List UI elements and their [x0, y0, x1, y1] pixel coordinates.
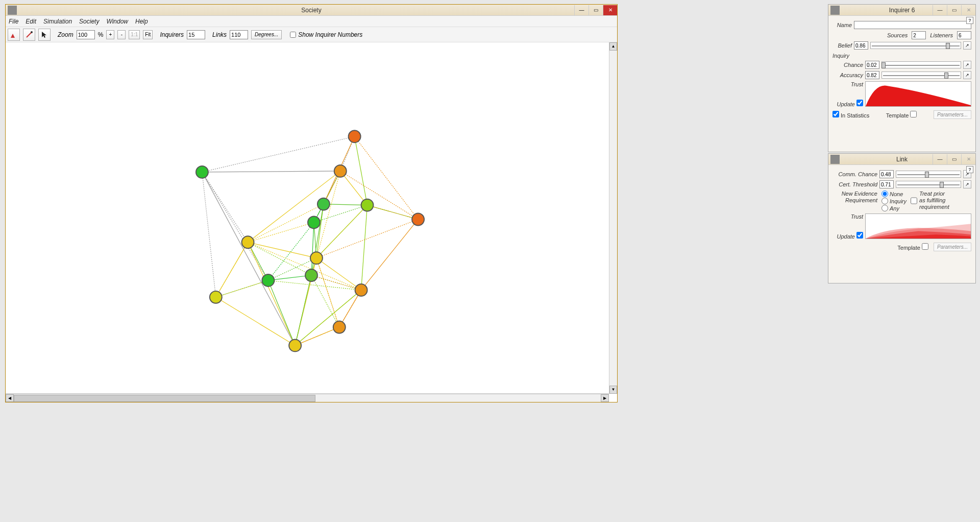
inq-close-button[interactable]: ✕ — [961, 5, 975, 15]
edge[interactable] — [216, 242, 248, 297]
menu-simulation[interactable]: Simulation — [43, 18, 72, 25]
inq-maximize-button[interactable]: ▭ — [947, 5, 961, 15]
sources-input[interactable] — [912, 31, 926, 39]
inquirer-node[interactable] — [262, 274, 274, 287]
menu-society[interactable]: Society — [79, 18, 99, 25]
comm-slider[interactable] — [896, 171, 961, 178]
edge[interactable] — [361, 205, 368, 290]
inquirer-node[interactable] — [196, 166, 208, 178]
tool-draw-icon[interactable] — [8, 29, 20, 41]
maximize-button[interactable]: ▭ — [589, 5, 603, 15]
graph-canvas[interactable] — [6, 42, 617, 393]
zoom-oneone-button[interactable]: 1:1 — [129, 30, 140, 39]
edge[interactable] — [316, 171, 340, 258]
minimize-button[interactable]: — — [574, 5, 589, 15]
req-inquiry[interactable]: Inquiry — [881, 198, 906, 204]
menu-edit[interactable]: Edit — [26, 18, 36, 25]
treat-prior-checkbox[interactable]: Treat prioras fulfillingrequirement — [911, 191, 949, 211]
inquirer-node[interactable] — [310, 252, 323, 264]
edge[interactable] — [311, 275, 339, 327]
scroll-up-icon[interactable]: ▲ — [609, 42, 617, 51]
inquirer-node[interactable] — [334, 165, 347, 177]
zoom-input[interactable] — [77, 30, 95, 39]
society-titlebar[interactable]: Society — ▭ ✕ — [6, 5, 617, 16]
inquirer-node[interactable] — [317, 198, 330, 210]
show-numbers-input[interactable] — [290, 32, 296, 38]
zoom-fit-button[interactable]: Fit — [143, 30, 153, 39]
link-params-button[interactable]: Parameters... — [934, 243, 971, 251]
inquirer-node[interactable] — [333, 321, 346, 334]
comm-value[interactable] — [879, 170, 894, 178]
menu-window[interactable]: Window — [106, 18, 128, 25]
edge[interactable] — [311, 275, 361, 290]
belief-edit-button[interactable]: ↗ — [963, 41, 971, 50]
link-update-checkbox[interactable] — [856, 232, 863, 239]
inquirer-node[interactable] — [242, 236, 254, 248]
edge[interactable] — [202, 172, 248, 242]
cert-value[interactable] — [879, 180, 894, 188]
inquirer-node[interactable] — [289, 339, 301, 351]
menu-file[interactable]: File — [9, 18, 18, 25]
scroll-left-icon[interactable]: ◀ — [6, 394, 14, 402]
inquirer-node[interactable] — [361, 199, 374, 211]
tool-link-icon[interactable] — [23, 29, 35, 41]
edge[interactable] — [268, 280, 361, 290]
inquirers-input[interactable] — [187, 30, 205, 39]
zoom-minus-button[interactable]: - — [117, 30, 126, 39]
edge[interactable] — [202, 136, 355, 172]
req-none[interactable]: None — [881, 191, 906, 197]
inquirer-node[interactable] — [412, 213, 424, 226]
cert-edit-button[interactable]: ↗ — [963, 180, 971, 188]
inquirer-node[interactable] — [349, 130, 361, 143]
link-minimize-button[interactable]: — — [933, 154, 947, 164]
link-titlebar[interactable]: Link — ▭ ✕ — [828, 154, 975, 165]
edge[interactable] — [295, 290, 361, 346]
scroll-down-icon[interactable]: ▼ — [609, 386, 617, 394]
edge[interactable] — [216, 297, 295, 346]
edge[interactable] — [202, 172, 216, 297]
inq-template-checkbox[interactable]: Template — [886, 111, 917, 118]
inq-help-button[interactable]: ? — [966, 17, 973, 24]
inq-minimize-button[interactable]: — — [933, 5, 947, 15]
cert-slider[interactable] — [896, 181, 961, 188]
close-button[interactable]: ✕ — [603, 5, 617, 15]
update-checkbox[interactable] — [856, 100, 863, 106]
edge[interactable] — [202, 172, 295, 346]
link-help-button[interactable]: ? — [966, 166, 973, 173]
tool-pointer-icon[interactable] — [38, 29, 51, 41]
accuracy-edit-button[interactable]: ↗ — [963, 71, 971, 79]
belief-slider[interactable] — [870, 42, 961, 49]
edge[interactable] — [361, 219, 419, 290]
vertical-scrollbar[interactable]: ▲ ▼ — [609, 42, 617, 394]
edge[interactable] — [355, 136, 368, 205]
edge[interactable] — [248, 242, 311, 275]
links-input[interactable] — [230, 30, 248, 39]
edge[interactable] — [248, 242, 296, 345]
link-maximize-button[interactable]: ▭ — [947, 154, 961, 164]
link-close-button[interactable]: ✕ — [961, 154, 975, 164]
link-template-checkbox[interactable]: Template — [897, 243, 928, 251]
edge[interactable] — [316, 204, 324, 258]
inq-params-button[interactable]: Parameters... — [934, 110, 971, 119]
inquirer-node[interactable] — [210, 291, 222, 303]
name-input[interactable] — [854, 21, 971, 29]
edge[interactable] — [248, 242, 316, 258]
edge[interactable] — [202, 171, 340, 172]
inquirer-node[interactable] — [355, 284, 368, 296]
edge[interactable] — [340, 171, 418, 220]
listeners-input[interactable] — [957, 31, 971, 39]
inquirer-node[interactable] — [308, 217, 320, 229]
instats-checkbox[interactable]: In Statistics — [832, 111, 869, 118]
scroll-right-icon[interactable]: ▶ — [601, 394, 609, 402]
edge[interactable] — [311, 275, 361, 290]
chance-edit-button[interactable]: ↗ — [963, 61, 971, 69]
chance-slider[interactable] — [881, 61, 961, 68]
inquirer-titlebar[interactable]: Inquirer 6 — ▭ ✕ — [828, 5, 975, 16]
show-numbers-checkbox[interactable]: Show Inquirer Numbers — [290, 31, 362, 38]
edge[interactable] — [316, 258, 339, 327]
zoom-plus-button[interactable]: + — [106, 30, 114, 39]
edge[interactable] — [268, 280, 295, 345]
belief-value[interactable] — [854, 41, 868, 50]
hscroll-thumb[interactable] — [14, 395, 315, 402]
accuracy-value[interactable] — [865, 71, 879, 79]
